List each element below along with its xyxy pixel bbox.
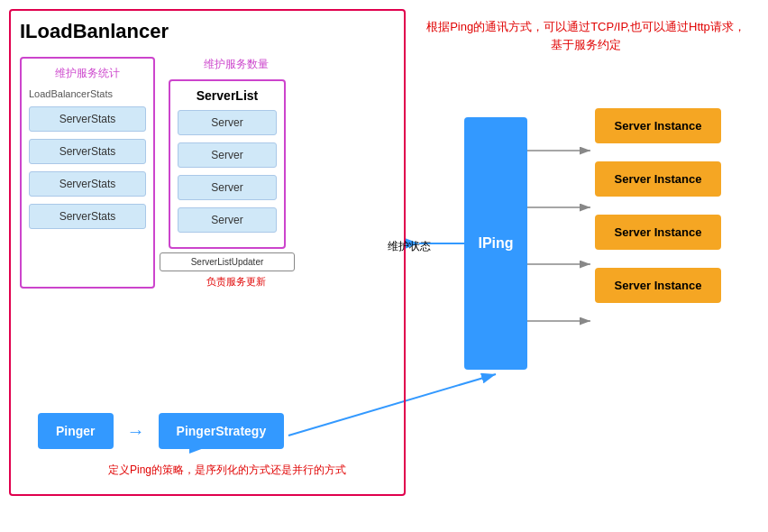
sub-containers: 维护服务统计 LoadBalancerStats ServerStats Ser… <box>20 57 395 289</box>
stats-container: 维护服务统计 LoadBalancerStats ServerStats Ser… <box>20 57 155 289</box>
main-title: ILoadBanlancer <box>20 20 395 43</box>
serverlist-wrapper: 维护服务数量 ServerList Server Server Server S… <box>169 57 304 289</box>
server-item-3: Server <box>178 175 277 200</box>
pinger-arrow-icon: → <box>127 421 145 442</box>
server-stats-4: ServerStats <box>29 204 146 229</box>
server-instance-1: Server Instance <box>595 108 721 143</box>
serverlist-title: ServerList <box>178 88 277 103</box>
server-stats-1: ServerStats <box>29 106 146 132</box>
server-item-2: Server <box>178 142 277 168</box>
server-instance-2: Server Instance <box>595 161 721 197</box>
server-instances: Server Instance Server Instance Server I… <box>595 108 721 303</box>
serverlist-container: ServerList Server Server Server Server <box>169 79 286 249</box>
iping-label: IPing <box>478 235 513 252</box>
top-annotation: 根据Ping的通讯方式，可以通过TCP/IP,也可以通过Http请求，基于服务约… <box>424 18 748 53</box>
pinger-button[interactable]: Pinger <box>38 413 114 449</box>
maintain-status-label: 维护状态 <box>388 239 431 254</box>
serverlist-updater: ServerListUpdater <box>160 252 295 271</box>
server-stats-2: ServerStats <box>29 139 146 164</box>
server-stats-3: ServerStats <box>29 171 146 197</box>
serverlist-label: 维护服务数量 <box>169 57 304 72</box>
loadbalancer-stats-title: LoadBalancerStats <box>29 88 146 99</box>
server-instance-4: Server Instance <box>595 268 721 303</box>
server-item-4: Server <box>178 207 277 233</box>
updater-label: 负责服务更新 <box>169 275 304 289</box>
bottom-buttons: Pinger → PingerStrategy <box>38 413 284 449</box>
server-instance-3: Server Instance <box>595 215 721 250</box>
pinger-strategy-button[interactable]: PingerStrategy <box>159 413 285 449</box>
server-item-1: Server <box>178 110 277 135</box>
bottom-label: 定义Ping的策略，是序列化的方式还是并行的方式 <box>56 463 398 478</box>
main-interface: ILoadBanlancer 维护服务统计 LoadBalancerStats … <box>9 9 406 496</box>
stats-label: 维护服务统计 <box>29 66 146 81</box>
iping-block: IPing <box>464 117 527 370</box>
